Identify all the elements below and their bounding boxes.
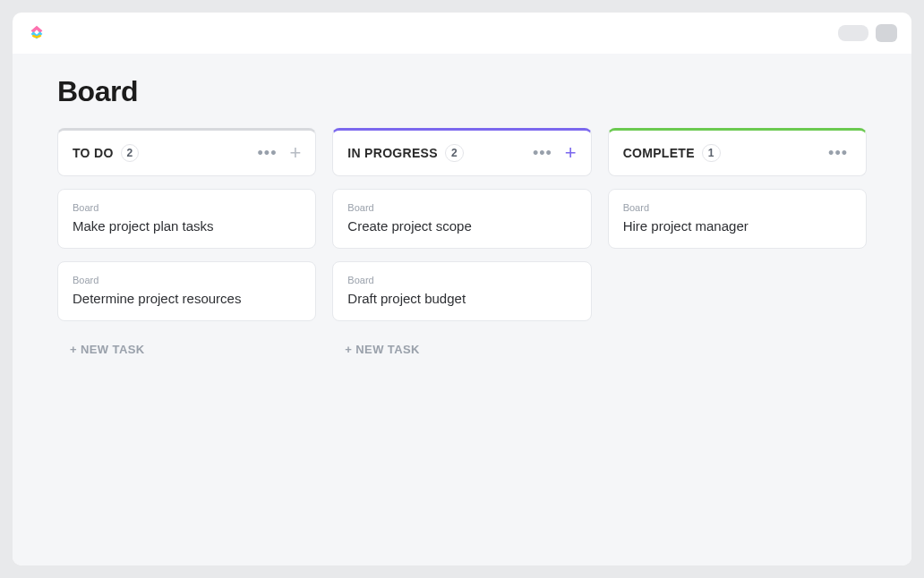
body-area: Board TO DO 2 ••• + Board Make project p… — [13, 54, 911, 565]
card-title: Hire project manager — [623, 218, 851, 234]
card-crumb: Board — [73, 202, 301, 213]
column-in-progress: IN PROGRESS 2 ••• + Board Create project… — [332, 128, 591, 365]
task-card[interactable]: Board Hire project manager — [608, 189, 867, 249]
column-header: TO DO 2 ••• + — [57, 128, 316, 176]
new-task-button[interactable]: + NEW TASK — [57, 334, 316, 365]
new-task-button[interactable]: + NEW TASK — [332, 334, 591, 365]
card-crumb: Board — [73, 275, 301, 285]
plus-icon[interactable]: + — [289, 143, 301, 163]
card-title: Create project scope — [347, 218, 576, 234]
board-columns: TO DO 2 ••• + Board Make project plan ta… — [57, 128, 867, 365]
column-header: IN PROGRESS 2 ••• + — [332, 128, 591, 176]
topbar-pill-2[interactable] — [876, 24, 897, 42]
more-icon[interactable]: ••• — [254, 143, 281, 163]
card-crumb: Board — [347, 275, 576, 285]
page-title: Board — [57, 75, 867, 108]
column-header: COMPLETE 1 ••• — [608, 128, 867, 176]
column-count: 1 — [702, 144, 721, 162]
task-card[interactable]: Board Determine project resources — [57, 261, 316, 321]
app-window: Board TO DO 2 ••• + Board Make project p… — [13, 13, 911, 565]
plus-icon[interactable]: + — [565, 143, 577, 163]
column-title: TO DO — [73, 146, 114, 160]
topbar-right — [838, 24, 897, 42]
card-title: Make project plan tasks — [73, 218, 301, 234]
card-crumb: Board — [623, 202, 851, 213]
column-count: 2 — [445, 144, 464, 162]
card-crumb: Board — [347, 202, 576, 213]
column-complete: COMPLETE 1 ••• Board Hire project manage… — [608, 128, 867, 365]
task-card[interactable]: Board Draft project budget — [332, 261, 591, 321]
column-title: COMPLETE — [623, 146, 695, 160]
column-title: IN PROGRESS — [347, 146, 438, 160]
column-count: 2 — [121, 144, 140, 162]
card-title: Determine project resources — [73, 291, 301, 306]
more-icon[interactable]: ••• — [825, 143, 851, 163]
column-todo: TO DO 2 ••• + Board Make project plan ta… — [57, 128, 316, 365]
more-icon[interactable]: ••• — [529, 143, 556, 163]
task-card[interactable]: Board Make project plan tasks — [57, 189, 316, 249]
card-title: Draft project budget — [347, 291, 576, 306]
topbar-pill-1[interactable] — [838, 25, 868, 41]
topbar — [13, 13, 911, 54]
task-card[interactable]: Board Create project scope — [332, 189, 591, 249]
app-logo-icon — [27, 23, 47, 43]
